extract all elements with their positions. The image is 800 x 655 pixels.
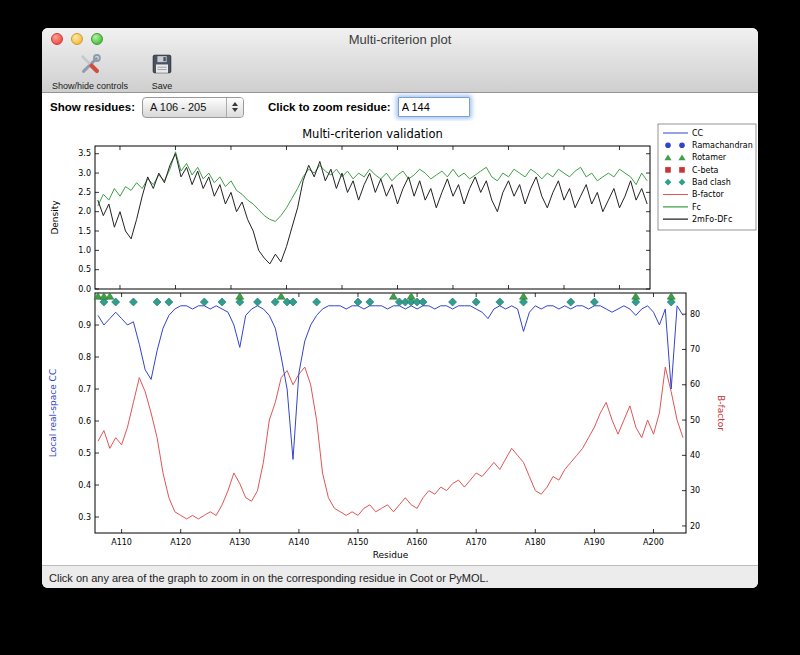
svg-text:A180: A180 bbox=[525, 538, 546, 547]
svg-text:3.5: 3.5 bbox=[78, 149, 91, 158]
svg-text:Density: Density bbox=[50, 200, 60, 235]
svg-text:A160: A160 bbox=[407, 538, 428, 547]
show-residues-label: Show residues: bbox=[50, 101, 135, 113]
svg-text:0.6: 0.6 bbox=[78, 417, 91, 426]
window-controls bbox=[51, 33, 103, 45]
svg-text:0.9: 0.9 bbox=[78, 321, 91, 330]
minimize-button[interactable] bbox=[71, 33, 83, 45]
svg-text:Residue: Residue bbox=[373, 550, 409, 560]
window-title-bar[interactable]: Multi-criterion plot bbox=[42, 28, 758, 50]
svg-text:0.8: 0.8 bbox=[78, 353, 91, 362]
chevron-up-down-icon bbox=[226, 98, 243, 117]
svg-text:1.0: 1.0 bbox=[78, 246, 91, 255]
controls-row: Show residues: A 106 - 205 Click to zoom… bbox=[42, 93, 758, 121]
svg-text:80: 80 bbox=[690, 310, 700, 319]
svg-text:0.0: 0.0 bbox=[78, 285, 91, 294]
svg-text:C-beta: C-beta bbox=[692, 166, 719, 175]
save-label: Save bbox=[152, 81, 173, 91]
svg-text:0.5: 0.5 bbox=[78, 265, 91, 274]
svg-text:0.3: 0.3 bbox=[78, 513, 91, 522]
show-hide-controls-label: Show/hide controls bbox=[52, 81, 128, 91]
svg-text:Ramachandran: Ramachandran bbox=[692, 141, 753, 150]
status-text: Click on any area of the graph to zoom i… bbox=[49, 572, 489, 584]
svg-text:Fc: Fc bbox=[692, 203, 701, 212]
residue-range-select[interactable]: A 106 - 205 bbox=[142, 97, 244, 118]
tools-icon bbox=[78, 52, 102, 80]
svg-text:A150: A150 bbox=[348, 538, 369, 547]
svg-text:CC: CC bbox=[692, 129, 704, 138]
svg-text:Multi-criterion validation: Multi-criterion validation bbox=[302, 127, 443, 141]
svg-text:1.5: 1.5 bbox=[78, 227, 91, 236]
window-title: Multi-criterion plot bbox=[349, 32, 452, 47]
svg-text:B-factor: B-factor bbox=[716, 395, 726, 431]
svg-text:70: 70 bbox=[690, 345, 700, 354]
svg-text:2mFo-DFc: 2mFo-DFc bbox=[692, 215, 732, 224]
svg-text:A130: A130 bbox=[229, 538, 250, 547]
residue-range-value: A 106 - 205 bbox=[143, 101, 226, 113]
svg-text:A200: A200 bbox=[643, 538, 664, 547]
window-header: Multi-criterion plot Show/hide controls bbox=[42, 28, 758, 93]
plot-area: 0.00.51.01.52.02.53.03.50.30.40.50.60.70… bbox=[42, 121, 758, 565]
svg-text:2.5: 2.5 bbox=[78, 188, 91, 197]
svg-text:B-factor: B-factor bbox=[692, 190, 725, 199]
app-window: Multi-criterion plot Show/hide controls bbox=[42, 28, 758, 588]
svg-text:20: 20 bbox=[690, 522, 700, 531]
svg-text:40: 40 bbox=[690, 451, 700, 460]
svg-text:A170: A170 bbox=[466, 538, 487, 547]
svg-text:Local real-space CC: Local real-space CC bbox=[48, 369, 58, 457]
svg-text:3.0: 3.0 bbox=[78, 169, 91, 178]
zoom-residue-label: Click to zoom residue: bbox=[268, 101, 391, 113]
svg-text:0.5: 0.5 bbox=[78, 449, 91, 458]
close-button[interactable] bbox=[51, 33, 63, 45]
save-icon bbox=[150, 52, 174, 80]
svg-text:Bad clash: Bad clash bbox=[692, 178, 731, 187]
svg-text:0.7: 0.7 bbox=[78, 385, 91, 394]
save-button[interactable]: Save bbox=[150, 52, 174, 91]
svg-text:A110: A110 bbox=[111, 538, 132, 547]
svg-text:50: 50 bbox=[690, 416, 700, 425]
multi-criterion-chart[interactable]: 0.00.51.01.52.02.53.03.50.30.40.50.60.70… bbox=[42, 121, 758, 565]
svg-text:60: 60 bbox=[690, 380, 700, 389]
svg-text:Rotamer: Rotamer bbox=[692, 153, 727, 162]
svg-text:2.0: 2.0 bbox=[78, 207, 91, 216]
zoom-residue-input[interactable] bbox=[398, 97, 470, 117]
show-hide-controls-button[interactable]: Show/hide controls bbox=[52, 52, 128, 91]
toolbar: Show/hide controls Save bbox=[42, 50, 758, 92]
status-bar: Click on any area of the graph to zoom i… bbox=[42, 565, 758, 588]
svg-text:A140: A140 bbox=[289, 538, 310, 547]
svg-text:A190: A190 bbox=[584, 538, 605, 547]
svg-text:A120: A120 bbox=[170, 538, 191, 547]
svg-text:30: 30 bbox=[690, 486, 700, 495]
svg-text:0.4: 0.4 bbox=[78, 481, 91, 490]
zoom-button[interactable] bbox=[91, 33, 103, 45]
